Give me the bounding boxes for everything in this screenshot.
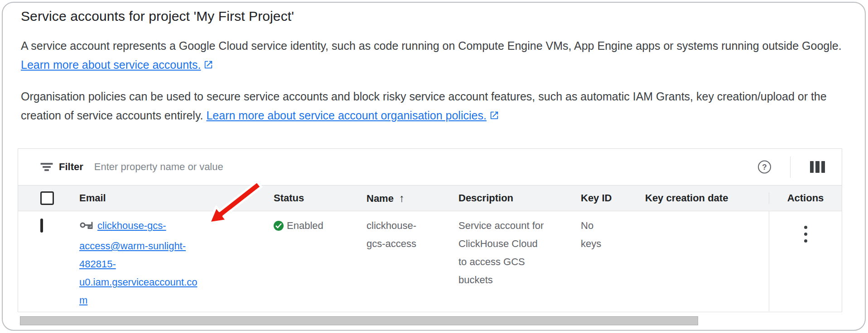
status-text: Enabled <box>287 217 323 235</box>
intro-1-text: A service account represents a Google Cl… <box>21 39 842 52</box>
filter-input[interactable] <box>94 161 593 173</box>
column-header-key-creation-date[interactable]: Key creation date <box>645 192 769 204</box>
toolbar-divider <box>790 157 791 178</box>
service-accounts-page: Service accounts for project 'My First P… <box>2 2 866 331</box>
filter-icon <box>40 163 53 171</box>
page-title: Service accounts for project 'My First P… <box>21 9 294 24</box>
email-cell: clickhouse-gcs-access@warm-sunlight-4828… <box>79 211 274 311</box>
description-text: Service account for ClickHouse Cloud to … <box>458 217 545 289</box>
external-link-icon <box>489 107 499 126</box>
actions-cell <box>769 211 842 311</box>
email-text: clickhouse-gcs-access@warm-sunlight-4828… <box>79 220 197 306</box>
column-header-actions: Actions <box>769 192 842 204</box>
table-row: clickhouse-gcs-access@warm-sunlight-4828… <box>18 211 842 311</box>
table-header-row: Email Status Name↑ Description Key ID Ke… <box>18 186 842 211</box>
select-all-cell <box>18 191 79 205</box>
description-cell: Service account for ClickHouse Cloud to … <box>458 211 581 311</box>
row-select-checkbox[interactable] <box>40 219 43 233</box>
intro-paragraph-1: A service account represents a Google Cl… <box>21 36 843 75</box>
key-id-cell: No keys <box>581 211 645 311</box>
column-header-key-id[interactable]: Key ID <box>581 192 645 204</box>
horizontal-scrollbar-track <box>18 316 842 326</box>
key-id-text: No keys <box>581 217 609 253</box>
column-display-options-icon[interactable] <box>810 161 825 173</box>
service-account-email-link[interactable]: clickhouse-gcs-access@warm-sunlight-4828… <box>79 217 203 309</box>
name-text: clickhouse-gcs-access <box>366 217 434 253</box>
name-cell: clickhouse-gcs-access <box>366 211 458 311</box>
filter-bar: Filter ? <box>18 149 842 186</box>
learn-more-org-policies-link[interactable]: Learn more about service account organis… <box>206 109 499 122</box>
column-header-email[interactable]: Email <box>79 192 274 204</box>
external-link-icon <box>203 56 213 75</box>
horizontal-scrollbar-thumb[interactable] <box>20 316 698 325</box>
column-header-description[interactable]: Description <box>458 192 581 204</box>
filter-label: Filter <box>59 161 83 173</box>
row-actions-menu-icon[interactable] <box>800 223 812 245</box>
key-creation-date-cell <box>645 211 769 311</box>
row-select-cell <box>18 211 79 311</box>
service-account-key-icon <box>79 219 93 237</box>
sort-ascending-icon: ↑ <box>399 192 405 204</box>
learn-more-service-accounts-link[interactable]: Learn more about service accounts. <box>21 58 213 71</box>
status-cell: Enabled <box>274 211 366 311</box>
service-accounts-table: Filter ? Email Status Name↑ Description … <box>18 148 842 312</box>
status-enabled-check-icon <box>274 221 284 231</box>
intro-paragraph-2: Organisation policies can be used to sec… <box>21 87 843 126</box>
column-header-status[interactable]: Status <box>274 192 366 204</box>
column-header-name[interactable]: Name↑ <box>366 192 458 205</box>
help-icon[interactable]: ? <box>758 161 771 174</box>
select-all-checkbox[interactable] <box>40 191 54 205</box>
